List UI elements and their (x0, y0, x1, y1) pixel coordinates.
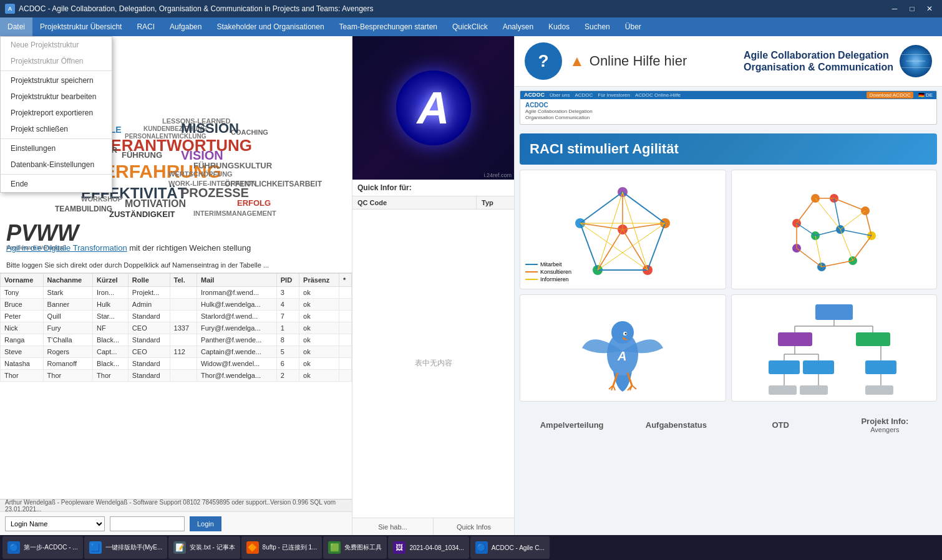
window-title: ACDOC - Agile Collaboration, Delegation,… (19, 4, 374, 13)
menu-kudos[interactable]: Kudos (541, 17, 577, 36)
taskbar-label-install: 安装.txt - 记事本 (190, 543, 235, 552)
table-row[interactable]: BruceBannerHulkAdminHulk@f.wendelga...4o… (1, 298, 352, 310)
password-input[interactable] (110, 516, 185, 531)
table-cell: Standard (128, 369, 170, 381)
website-download-btn[interactable]: Download ACDOC (867, 92, 913, 99)
menu-projektstruktur[interactable]: Projektstruktur Übersicht (32, 17, 129, 36)
acdoc-title-line2: Organisation & Communication (744, 61, 893, 73)
minimize-button[interactable]: ─ (887, 2, 902, 15)
svg-line-9 (580, 223, 598, 270)
taskbar-icon-icontool: 🟩 (328, 541, 341, 554)
login-dropdown[interactable]: Login Name (5, 516, 105, 531)
menu-suchen[interactable]: Suchen (577, 17, 618, 36)
table-cell: T'Challa (43, 334, 92, 345)
website-acdoc-label: ACDOC (525, 102, 593, 109)
taskbar-label-icontool: 免费图标工具 (344, 543, 382, 552)
svg-line-40 (815, 229, 840, 236)
table-row[interactable]: PeterQuillStar...StandardStarlord@f.wend… (1, 310, 352, 322)
dropdown-edit[interactable]: Projektstruktur bearbeiten (1, 89, 112, 105)
table-row[interactable]: NickFuryNFCEO1337Fury@f.wendelga...1ok (1, 322, 352, 334)
table-scroll[interactable]: Vorname Nachanme Kürzel Rolle Tel. Mail … (0, 273, 352, 499)
stat-projekt-info: Projekt Info: Avengers (833, 417, 937, 433)
menu-quickclick[interactable]: QuickClick (445, 17, 495, 36)
table-cell: Thor (43, 369, 92, 381)
taskbar-install[interactable]: 📝 安装.txt - 记事本 (168, 536, 240, 559)
dropdown-open[interactable]: Projektstruktur Öffnen (1, 53, 112, 69)
table-cell (170, 334, 197, 345)
table-cell: Admin (128, 298, 170, 310)
svg-line-46 (840, 211, 865, 229)
table-cell: Widow@f.wendel... (197, 357, 276, 369)
help-button[interactable]: ? (525, 42, 562, 80)
close-button[interactable]: ✕ (922, 2, 937, 15)
wc-word-workshop: WORKSHOP (81, 195, 122, 203)
table-cell: CEO (128, 322, 170, 334)
taskbar-icon-step1: 🔵 (7, 541, 20, 554)
menu-bar: Datei Projektstruktur Übersicht RACI Auf… (0, 17, 942, 36)
table-cell: 2 (276, 369, 299, 381)
dropdown-sep2 (1, 138, 112, 139)
table-row[interactable]: TonyStarkIron...Projekt...Ironman@f.wend… (1, 286, 352, 298)
maximize-button[interactable]: □ (905, 2, 920, 15)
table-cell: 7 (276, 310, 299, 322)
taskbar-label-sftp: 8uftp - 已连接到 1... (263, 543, 318, 552)
menu-datei[interactable]: Datei (0, 17, 32, 36)
menu-analysen[interactable]: Analysen (495, 17, 541, 36)
table-row[interactable]: SteveRogersCapt...CEO112Captain@f.wende.… (1, 345, 352, 357)
table-row[interactable]: RangaT'ChallaBlack...StandardPanther@f.w… (1, 334, 352, 345)
svg-line-10 (580, 192, 623, 223)
transform-link[interactable]: Agil in die Digitale Transformation mit … (6, 243, 346, 253)
website-nav-acdoc: ACDOC (575, 92, 593, 98)
taskbar-log[interactable]: 🖼 2021-04-08_1034... (388, 536, 469, 559)
dropdown-settings[interactable]: Einstellungen (1, 140, 112, 157)
menu-aufgaben[interactable]: Aufgaben (162, 17, 209, 36)
table-cell: Black... (93, 357, 129, 369)
network-graph-pentagon: Mitarbeit Konsultieren Informieren (520, 170, 726, 289)
acdoc-brand: Agile Collaboration Delegation Organisat… (744, 45, 932, 77)
wc-word-fuhrungskultur: FÜHRUNGSKULTUR (193, 161, 272, 170)
svg-rect-62 (865, 385, 893, 395)
col-prasenz: Präsenz (299, 273, 339, 286)
login-button[interactable]: Login (190, 516, 221, 531)
menu-uber[interactable]: Über (618, 17, 649, 36)
table-cell: Starlord@f.wend... (197, 310, 276, 322)
table-cell: 4 (276, 298, 299, 310)
wc-word-motivation: MOTIVATION (125, 198, 186, 210)
dropdown-db-settings[interactable]: Datenbank-Einstellungen (1, 157, 112, 173)
dropdown-export[interactable]: Projektreport exportieren (1, 105, 112, 121)
title-bar: A ACDOC - Agile Collaboration, Delegatio… (0, 0, 942, 17)
qc-tab-sie[interactable]: Sie hab... (352, 518, 434, 535)
bottom-stats-row: Ampelverteilung Aufgabenstatus OTD Proje… (515, 407, 942, 444)
dropdown-new[interactable]: Neue Projektstruktur (1, 37, 112, 53)
main-content: nken.com LESSONS-LEARNED KUNDENBEZIEHUNG… (0, 36, 942, 535)
taskbar-icontool[interactable]: 🟩 免费图标工具 (323, 536, 387, 559)
network-graph-brain (731, 170, 938, 289)
dropdown-close-proj[interactable]: Projekt schließen (1, 121, 112, 137)
up-arrow-icon: ▲ (570, 52, 585, 70)
svg-line-41 (797, 223, 815, 236)
dropdown-save[interactable]: Projektstruktur speichern (1, 72, 112, 89)
col-rolle: Rolle (128, 273, 170, 286)
taskbar-acdoc2[interactable]: 🔵 ACDOC - Agile C... (470, 536, 550, 559)
table-cell (170, 286, 197, 298)
table-cell: Steve (1, 345, 44, 357)
dropdown-ende[interactable]: Ende (1, 176, 112, 192)
website-nav-ubr: Über uns (550, 92, 570, 98)
taskbar-step1[interactable]: 🔵 第一步-ACDOC - ... (2, 536, 83, 559)
pvww-logo: PVWW (6, 222, 79, 244)
svg-line-42 (840, 229, 872, 236)
taskbar-sftp[interactable]: 🔶 8uftp - 已连接到 1... (241, 536, 323, 559)
table-cell: ok (299, 345, 339, 357)
eagle-card: A (520, 294, 726, 402)
menu-raci[interactable]: RACI (129, 17, 162, 36)
table-row[interactable]: NatashaRomanoffBlack...StandardWidow@f.w… (1, 357, 352, 369)
menu-stakeholder[interactable]: Stakeholder und Organisationen (209, 17, 331, 36)
website-preview: ACDOC Über uns ACDOC Für Investoren ACDO… (520, 90, 937, 125)
table-cell: Ironman@f.wend... (197, 286, 276, 298)
menu-team[interactable]: Team-Besprechungen starten (332, 17, 445, 36)
taskbar-myedit[interactable]: 🟦 一键排版助手(MyE... (84, 536, 168, 559)
col-extra: * (339, 273, 351, 286)
table-row[interactable]: ThorThorThorStandardThor@f.wendelga...2o… (1, 369, 352, 381)
qc-tab-quick[interactable]: Quick Infos (434, 518, 514, 535)
website-nav-inv: Für Investoren (598, 92, 630, 98)
